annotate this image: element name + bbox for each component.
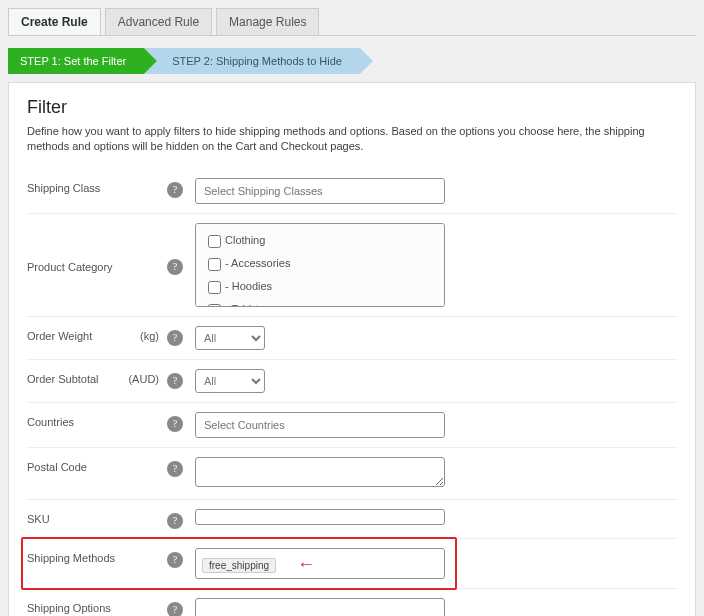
label-sku: SKU (27, 513, 50, 525)
row-sku: SKU ? (27, 500, 677, 539)
row-shipping-methods: Shipping Methods ? free_shipping ← (27, 539, 677, 589)
help-icon[interactable]: ? (167, 416, 183, 432)
help-icon[interactable]: ? (167, 602, 183, 616)
help-icon[interactable]: ? (167, 182, 183, 198)
order-subtotal-select[interactable]: All (195, 369, 265, 393)
help-icon[interactable]: ? (167, 513, 183, 529)
row-shipping-class: Shipping Class ? Select Shipping Classes (27, 169, 677, 214)
product-category-list[interactable]: Clothing- Accessories- Hoodies- TshirtsD… (195, 223, 445, 307)
unit-kg: (kg) (140, 330, 159, 342)
wizard-steps: STEP 1: Set the Filter STEP 2: Shipping … (8, 48, 696, 74)
category-option[interactable]: - Hoodies (204, 276, 436, 299)
shipping-options-input[interactable] (195, 598, 445, 616)
tab-manage-rules[interactable]: Manage Rules (216, 8, 319, 35)
help-icon[interactable]: ? (167, 461, 183, 477)
label-shipping-class: Shipping Class (27, 182, 100, 194)
order-weight-select[interactable]: All (195, 326, 265, 350)
countries-select[interactable]: Select Countries (195, 412, 445, 438)
filter-panel: Filter Define how you want to apply filt… (8, 82, 696, 616)
help-icon[interactable]: ? (167, 373, 183, 389)
tab-bar: Create Rule Advanced Rule Manage Rules (8, 8, 696, 36)
help-icon[interactable]: ? (167, 259, 183, 275)
row-order-weight: Order Weight (kg) ? All (27, 317, 677, 360)
label-shipping-options: Shipping Options (27, 602, 111, 614)
shipping-method-tag[interactable]: free_shipping (202, 558, 276, 573)
label-product-category: Product Category (27, 261, 113, 273)
row-postal-code: Postal Code ? (27, 448, 677, 500)
unit-aud: (AUD) (128, 373, 159, 385)
shipping-methods-input[interactable]: free_shipping ← (195, 548, 445, 579)
category-option[interactable]: Clothing (204, 230, 436, 253)
help-icon[interactable]: ? (167, 330, 183, 346)
label-order-weight: Order Weight (27, 330, 92, 342)
annotation-arrow-icon: ← (297, 554, 315, 574)
postal-code-input[interactable] (195, 457, 445, 487)
help-icon[interactable]: ? (167, 552, 183, 568)
tab-advanced-rule[interactable]: Advanced Rule (105, 8, 212, 35)
row-product-category: Product Category ? Clothing- Accessories… (27, 214, 677, 317)
panel-title: Filter (27, 97, 677, 118)
tab-create-rule[interactable]: Create Rule (8, 8, 101, 35)
label-shipping-methods: Shipping Methods (27, 552, 115, 564)
sku-input[interactable] (195, 509, 445, 525)
category-option[interactable]: - Accessories (204, 253, 436, 276)
step-1-set-filter[interactable]: STEP 1: Set the Filter (8, 48, 144, 74)
row-order-subtotal: Order Subtotal (AUD) ? All (27, 360, 677, 403)
panel-description: Define how you want to apply filters to … (27, 124, 677, 155)
row-countries: Countries ? Select Countries (27, 403, 677, 448)
label-order-subtotal: Order Subtotal (27, 373, 99, 385)
row-shipping-options: Shipping Options ? (27, 589, 677, 616)
shipping-class-select[interactable]: Select Shipping Classes (195, 178, 445, 204)
category-option[interactable]: - Tshirts (204, 299, 436, 307)
label-countries: Countries (27, 416, 74, 428)
label-postal-code: Postal Code (27, 461, 87, 473)
step-2-methods-to-hide[interactable]: STEP 2: Shipping Methods to Hide (144, 48, 360, 74)
